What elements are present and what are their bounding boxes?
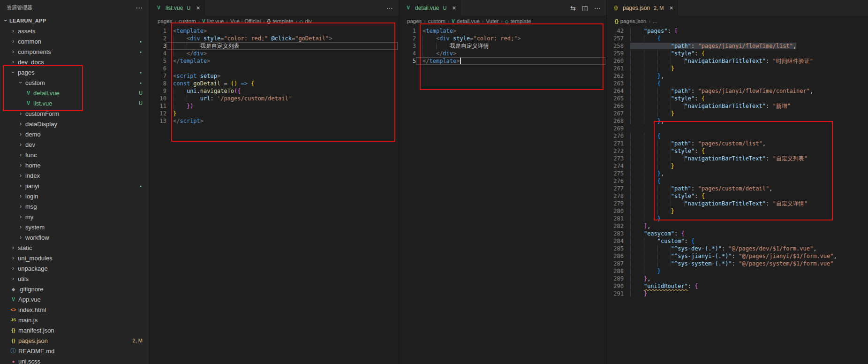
tab-pages.json[interactable]: {}pages.json2, M× (607, 0, 679, 15)
code-line-text[interactable]: }, (624, 170, 867, 177)
code-line-text[interactable]: ], (624, 222, 867, 230)
tree-item-README.md[interactable]: ⓘREADME.md (0, 346, 149, 356)
close-icon[interactable]: × (196, 4, 200, 12)
code-line-text[interactable]: <template> (416, 27, 605, 35)
tree-item-demo[interactable]: ›demo (0, 129, 149, 139)
tree-item-static[interactable]: ›static (0, 243, 149, 253)
tree-item-main.js[interactable]: JSmain.js (0, 315, 149, 325)
code-line-text[interactable]: url: '/pages/custom/detail' (166, 95, 398, 102)
code-line-text[interactable]: "^sys-system-(.*)": "@/pages/system/$1/f… (624, 260, 867, 267)
code-line-text[interactable]: }, (624, 72, 867, 80)
tree-item-list.vue[interactable]: Vlist.vueU (0, 98, 149, 108)
tree-item-utils[interactable]: ›utils (0, 273, 149, 284)
code-line-text[interactable]: "^sys-dev-(.*)": "@/pages/dev/$1/form.vu… (624, 245, 867, 252)
tree-item-func[interactable]: ›func (0, 150, 149, 160)
code-line-text[interactable]: { (624, 177, 867, 185)
tree-item-pages.json[interactable]: {}pages.json2, M (0, 335, 149, 346)
breadcrumb-item-Vuter[interactable]: Vuter (486, 18, 498, 24)
tree-item-manifest.json[interactable]: {}manifest.json (0, 325, 149, 335)
tree-item-dataDisplay[interactable]: ›dataDisplay (0, 119, 149, 129)
close-icon[interactable]: × (669, 4, 673, 12)
code-line-text[interactable]: } (166, 110, 398, 117)
more-actions-icon[interactable]: ⋯ (386, 4, 393, 12)
code-line-text[interactable]: } (624, 162, 867, 170)
breadcrumb-item-pages.json[interactable]: {}pages.json (615, 18, 646, 24)
tree-item-my[interactable]: ›my (0, 212, 149, 222)
tree-item-uni.scss[interactable]: ●uni.scss (0, 356, 149, 364)
code-line-text[interactable]: <div style="color: red;" @click="goDetai… (166, 35, 398, 42)
tree-item-components[interactable]: ›components● (0, 46, 149, 57)
code-line-text[interactable]: "style": { (624, 95, 867, 102)
tree-item-jianyi[interactable]: ›jianyi● (0, 181, 149, 191)
tree-item-system[interactable]: ›system (0, 222, 149, 232)
tree-item-common[interactable]: ›common● (0, 36, 149, 46)
code-line-text[interactable]: "style": { (624, 147, 867, 155)
code-line-text[interactable]: </div> (416, 50, 605, 57)
code-line-text[interactable]: "style": { (624, 50, 867, 57)
tree-item-detail.vue[interactable]: Vdetail.vueU (0, 88, 149, 98)
code-line-text[interactable]: { (624, 80, 867, 87)
code-line-text[interactable]: } (624, 207, 867, 215)
code-line-text[interactable] (624, 125, 867, 132)
tab-list.vue[interactable]: Vlist.vueU× (150, 0, 206, 15)
code-line-text[interactable]: 我是自定义列表 (166, 42, 398, 50)
code-line-text[interactable]: <script setup> (166, 72, 398, 80)
breadcrumb-item-pages[interactable]: pages (407, 18, 422, 24)
tree-item-customForm[interactable]: ›customForm (0, 108, 149, 119)
code-line-text[interactable]: "path": "pages/jianyi/flowTime/container… (624, 87, 867, 95)
code-line-text[interactable]: "path": "pages/custom/detail", (624, 185, 867, 192)
code-line-text[interactable]: "custom": { (624, 237, 867, 245)
tree-item-uni_modules[interactable]: ›uni_modules (0, 253, 149, 263)
tree-item-login[interactable]: ›login (0, 191, 149, 201)
code-line-text[interactable]: </template> (166, 57, 398, 65)
tree-item-assets[interactable]: ›assets (0, 26, 149, 36)
tree-item-pages[interactable]: ›pages● (0, 67, 149, 77)
tree-item-index.html[interactable]: <>index.html (0, 304, 149, 315)
code-line-text[interactable]: }, (624, 117, 867, 125)
breadcrumb-item-pages[interactable]: pages (158, 18, 172, 24)
code-line-text[interactable]: 我是自定义详情 (416, 42, 605, 50)
code-line-text[interactable]: "easycom": { (624, 230, 867, 237)
code-line-text[interactable]: <template> (166, 27, 398, 35)
code-line-text[interactable]: "path": "pages/jianyi/flowTime/list", (624, 42, 867, 50)
code-line-text[interactable]: }, (624, 275, 867, 282)
code-line-text[interactable]: const goDetail = () => { (166, 80, 398, 87)
breadcrumb-item-custom[interactable]: custom (179, 18, 196, 24)
code-line-text[interactable]: </script> (166, 117, 398, 125)
code-line-text[interactable]: "uniIdRouter": { (624, 282, 867, 290)
code-line-text[interactable]: uni.navigateTo({ (166, 87, 398, 95)
code-line-text[interactable]: } (624, 215, 867, 222)
code-line-text[interactable]: { (624, 35, 867, 42)
code-line-text[interactable]: } (624, 65, 867, 72)
code-line-text[interactable]: "^sys-jianyi-(.*)": "@/pages/jianyi/$1/f… (624, 252, 867, 260)
code-line-text[interactable]: "navigationBarTitleText": "新增" (624, 102, 867, 110)
code-line-text[interactable]: }) (166, 102, 398, 110)
code-line-text[interactable]: </template> (416, 57, 605, 65)
breadcrumb-item-custom[interactable]: custom (428, 18, 445, 24)
code-line-text[interactable]: } (624, 267, 867, 275)
tree-item-.gitignore[interactable]: ◆.gitignore (0, 284, 149, 294)
code-line-text[interactable]: "path": "pages/custom/list", (624, 140, 867, 147)
code-line-text[interactable] (166, 65, 398, 72)
tree-item-dev_docs[interactable]: ›dev_docs (0, 57, 149, 67)
tree-item-App.vue[interactable]: VApp.vue (0, 294, 149, 304)
code-line-text[interactable]: "style": { (624, 192, 867, 200)
tree-item-unpackage[interactable]: ›unpackage (0, 263, 149, 273)
breadcrumb-item-template[interactable]: {}template (267, 18, 293, 24)
breadcrumb-item-template[interactable]: ◇template (505, 18, 531, 24)
code-line-text[interactable]: } (624, 290, 867, 297)
breadcrumb-item-...[interactable]: ... (653, 18, 657, 24)
code-line-text[interactable]: "navigationBarTitleText": "自定义详情" (624, 200, 867, 207)
breadcrumb-item-Vue - Official[interactable]: Vue - Official (230, 18, 261, 24)
split-editor-icon[interactable]: ◫ (582, 4, 588, 12)
code-line-text[interactable]: "navigationBarTitleText": "自定义列表" (624, 155, 867, 162)
breadcrumb-item-list.vue[interactable]: Vlist.vue (202, 18, 224, 24)
breadcrumb-item-detail.vue[interactable]: Vdetail.vue (452, 18, 480, 24)
more-actions-icon[interactable]: ⋯ (136, 4, 143, 12)
code-line-text[interactable]: <div style="color: red;"> (416, 35, 605, 42)
code-line-text[interactable]: "pages": [ (624, 27, 867, 35)
tree-item-custom[interactable]: ›custom● (0, 77, 149, 88)
project-root[interactable]: › LEARUN_APP (0, 15, 149, 26)
open-changes-icon[interactable]: ⇆ (570, 4, 576, 12)
tree-item-home[interactable]: ›home (0, 160, 149, 170)
